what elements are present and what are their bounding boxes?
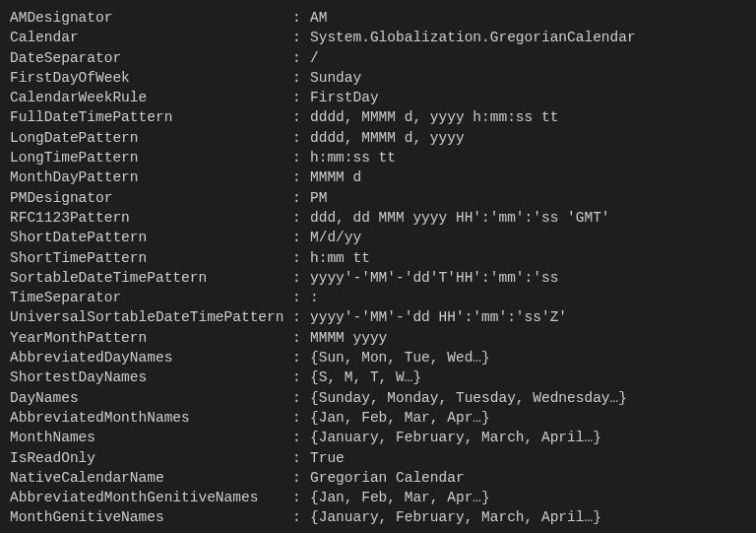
property-row: MonthGenitiveNames:{January, February, M… <box>10 507 746 527</box>
separator: : <box>292 128 310 148</box>
separator: : <box>292 148 310 167</box>
separator: : <box>292 348 310 367</box>
property-row: YearMonthPattern:MMMM yyyy <box>10 328 746 348</box>
property-row: LongTimePattern:h:mm:ss tt <box>10 148 746 167</box>
separator: : <box>292 8 310 28</box>
property-row: SortableDateTimePattern:yyyy'-'MM'-'dd'T… <box>10 268 746 288</box>
property-name: NativeCalendarName <box>10 468 292 488</box>
property-name: MonthDayPattern <box>10 167 292 187</box>
separator: : <box>292 228 310 247</box>
separator: : <box>292 428 310 447</box>
property-name: LongDatePattern <box>10 128 292 148</box>
property-name: YearMonthPattern <box>10 328 292 348</box>
property-name: AbbreviatedMonthNames <box>10 408 292 428</box>
separator: : <box>292 328 310 348</box>
separator: : <box>292 248 310 268</box>
property-row: UniversalSortableDateTimePattern:yyyy'-'… <box>10 307 746 327</box>
property-value: ddd, dd MMM yyyy HH':'mm':'ss 'GMT' <box>310 208 610 228</box>
property-row: MonthNames:{January, February, March, Ap… <box>10 428 746 447</box>
property-value: yyyy'-'MM'-'dd'T'HH':'mm':'ss <box>310 268 558 288</box>
separator: : <box>292 107 310 127</box>
property-row: FirstDayOfWeek:Sunday <box>10 68 746 88</box>
property-row: TimeSeparator:: <box>10 288 746 307</box>
property-value: {S, M, T, W…} <box>310 367 421 387</box>
property-row: Calendar:System.Globalization.GregorianC… <box>10 28 746 47</box>
property-name: UniversalSortableDateTimePattern <box>10 307 292 327</box>
property-value: : <box>310 288 319 307</box>
separator: : <box>292 88 310 107</box>
property-value: System.Globalization.GregorianCalendar <box>310 28 636 47</box>
property-name: ShortDatePattern <box>10 228 292 247</box>
property-name: ShortTimePattern <box>10 248 292 268</box>
property-name: Calendar <box>10 28 292 47</box>
property-value: MMMM d <box>310 167 361 187</box>
separator: : <box>292 408 310 428</box>
property-value: dddd, MMMM d, yyyy <box>310 128 465 148</box>
property-name: AbbreviatedDayNames <box>10 348 292 367</box>
property-value: {January, February, March, April…} <box>310 428 601 447</box>
separator: : <box>292 208 310 228</box>
property-row: IsReadOnly:True <box>10 448 746 468</box>
property-list: AMDesignator:AMCalendar:System.Globaliza… <box>10 8 746 528</box>
property-row: AbbreviatedDayNames:{Sun, Mon, Tue, Wed…… <box>10 348 746 367</box>
separator: : <box>292 367 310 387</box>
property-row: FullDateTimePattern:dddd, MMMM d, yyyy h… <box>10 107 746 127</box>
property-row: AMDesignator:AM <box>10 8 746 28</box>
separator: : <box>292 488 310 507</box>
separator: : <box>292 68 310 88</box>
property-name: MonthGenitiveNames <box>10 507 292 527</box>
property-row: MonthDayPattern:MMMM d <box>10 167 746 187</box>
property-value: FirstDay <box>310 88 379 107</box>
property-name: DayNames <box>10 388 292 408</box>
property-name: AbbreviatedMonthGenitiveNames <box>10 488 292 507</box>
property-value: {Jan, Feb, Mar, Apr…} <box>310 488 490 507</box>
property-value: AM <box>310 8 327 28</box>
property-value: / <box>310 48 319 68</box>
property-row: AbbreviatedMonthNames:{Jan, Feb, Mar, Ap… <box>10 408 746 428</box>
property-name: TimeSeparator <box>10 288 292 307</box>
property-name: PMDesignator <box>10 188 292 208</box>
property-name: IsReadOnly <box>10 448 292 468</box>
property-row: RFC1123Pattern:ddd, dd MMM yyyy HH':'mm'… <box>10 208 746 228</box>
property-value: {Sun, Mon, Tue, Wed…} <box>310 348 490 367</box>
property-name: ShortestDayNames <box>10 367 292 387</box>
property-name: DateSeparator <box>10 48 292 68</box>
separator: : <box>292 307 310 327</box>
property-row: DateSeparator:/ <box>10 48 746 68</box>
separator: : <box>292 288 310 307</box>
property-value: PM <box>310 188 327 208</box>
property-name: RFC1123Pattern <box>10 208 292 228</box>
separator: : <box>292 28 310 47</box>
property-name: MonthNames <box>10 428 292 447</box>
separator: : <box>292 167 310 187</box>
separator: : <box>292 188 310 208</box>
property-name: FirstDayOfWeek <box>10 68 292 88</box>
property-value: Sunday <box>310 68 361 88</box>
property-value: Gregorian Calendar <box>310 468 465 488</box>
property-value: {January, February, March, April…} <box>310 507 601 527</box>
separator: : <box>292 388 310 408</box>
property-name: AMDesignator <box>10 8 292 28</box>
property-name: LongTimePattern <box>10 148 292 167</box>
property-value: h:mm tt <box>310 248 370 268</box>
property-row: CalendarWeekRule:FirstDay <box>10 88 746 107</box>
property-value: M/d/yy <box>310 228 361 247</box>
property-name: FullDateTimePattern <box>10 107 292 127</box>
property-row: ShortTimePattern:h:mm tt <box>10 248 746 268</box>
property-value: {Jan, Feb, Mar, Apr…} <box>310 408 490 428</box>
property-row: NativeCalendarName:Gregorian Calendar <box>10 468 746 488</box>
property-value: yyyy'-'MM'-'dd HH':'mm':'ss'Z' <box>310 307 567 327</box>
property-row: DayNames:{Sunday, Monday, Tuesday, Wedne… <box>10 388 746 408</box>
property-value: h:mm:ss tt <box>310 148 396 167</box>
separator: : <box>292 448 310 468</box>
property-value: {Sunday, Monday, Tuesday, Wednesday…} <box>310 388 627 408</box>
property-row: PMDesignator:PM <box>10 188 746 208</box>
separator: : <box>292 268 310 288</box>
property-name: SortableDateTimePattern <box>10 268 292 288</box>
property-row: LongDatePattern:dddd, MMMM d, yyyy <box>10 128 746 148</box>
separator: : <box>292 48 310 68</box>
property-row: ShortDatePattern:M/d/yy <box>10 228 746 247</box>
property-name: CalendarWeekRule <box>10 88 292 107</box>
property-value: dddd, MMMM d, yyyy h:mm:ss tt <box>310 107 558 127</box>
separator: : <box>292 468 310 488</box>
